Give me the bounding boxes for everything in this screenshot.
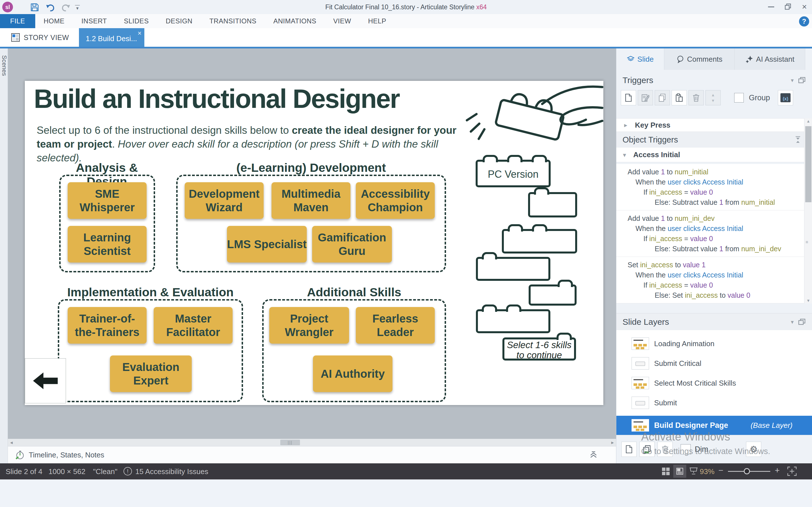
layer-row-build-designer-page-selected[interactable]: Build Designer Page (Base Layer)	[616, 416, 812, 435]
skill-fearless-leader[interactable]: Fearless Leader	[356, 307, 435, 344]
collapse-layers-icon[interactable]: ▾	[791, 319, 794, 325]
expand-timeline-icon[interactable]	[589, 451, 598, 459]
move-up-icon[interactable]: ▲	[711, 93, 715, 97]
skill-trainer-of-the-trainers[interactable]: Trainer-of- the-Trainers	[68, 307, 147, 344]
slide-instructions[interactable]: Select up to 6 of the instructional desi…	[37, 124, 460, 165]
scroll-left-icon[interactable]: ◂	[10, 439, 13, 446]
slide-title[interactable]: Build an Instructional Designer	[34, 83, 399, 114]
trigger-item[interactable]: Set ini_access to value 1 When the user …	[616, 257, 804, 303]
brick-pc-version[interactable]: PC Version	[476, 160, 551, 187]
skill-development-wizard[interactable]: Development Wizard	[185, 182, 264, 219]
restore-button[interactable]	[781, 1, 795, 12]
zoom-in-button[interactable]: +	[775, 466, 780, 475]
new-layer-button[interactable]	[621, 442, 637, 457]
scrollbar-thumb[interactable]	[805, 126, 811, 202]
layer-row-select-most-critical[interactable]: Select Most Critical Skills	[616, 375, 812, 392]
ribbon-tab-design[interactable]: DESIGN	[157, 14, 201, 28]
scenes-panel-collapsed[interactable]: Scenes	[0, 48, 8, 463]
edit-trigger-button[interactable]	[638, 90, 653, 105]
close-tab-icon[interactable]: ×	[138, 29, 142, 37]
expand-key-press-icon[interactable]: ▸	[624, 122, 627, 128]
layer-thumbnail	[631, 337, 649, 350]
ribbon-tab-transitions[interactable]: TRANSITIONS	[201, 14, 265, 28]
skill-ai-authority[interactable]: AI Authority	[313, 355, 393, 392]
canvas-horizontal-scrollbar[interactable]: ◂ ▸ |||	[8, 439, 616, 446]
access-initial-group-row[interactable]: ▾ Access Initial	[616, 148, 812, 162]
zoom-slider-thumb[interactable]	[744, 468, 750, 474]
skill-project-wrangler[interactable]: Project Wrangler	[269, 307, 349, 344]
trigger-item[interactable]: Add value 1 to num_initial When the user…	[616, 164, 804, 210]
tab-slide-1-2-build-designer[interactable]: 1.2 Build Desi... ×	[79, 28, 144, 48]
tab-story-view[interactable]: STORY VIEW	[11, 28, 69, 47]
slide-dimensions: 1000 × 562	[49, 467, 86, 476]
move-down-icon[interactable]: ▼	[711, 98, 715, 103]
zoom-out-button[interactable]: −	[718, 466, 723, 475]
new-trigger-button[interactable]	[621, 90, 636, 105]
popout-panel-icon[interactable]	[798, 77, 806, 83]
zoom-percentage[interactable]: 93%	[700, 467, 714, 476]
scrollbar-thumb[interactable]: |||	[280, 440, 300, 445]
layer-row-submit-critical[interactable]: Submit Critical	[616, 355, 812, 372]
panel-tab-slide[interactable]: Slide	[616, 48, 664, 70]
ribbon-tab-home[interactable]: HOME	[35, 14, 73, 28]
slide-stage[interactable]: Build an Instructional Designer Select u…	[25, 81, 603, 405]
skill-master-facilitator[interactable]: Master Facilitator	[154, 307, 233, 344]
edit-icon	[642, 94, 649, 102]
skill-accessibility-champion[interactable]: Accessibility Champion	[356, 182, 435, 219]
key-press-group-row[interactable]: ▸ Key Press	[616, 118, 812, 132]
panel-tab-ai-assistant[interactable]: AI Assistant	[735, 48, 805, 70]
skill-multimedia-maven[interactable]: Multimedia Maven	[271, 182, 350, 219]
splitter-grip[interactable]: ≡	[806, 241, 808, 243]
trigger-item[interactable]: Add value 1 to num_ini_dev When the user…	[616, 210, 804, 257]
skill-learning-scientist[interactable]: Learning Scientist	[68, 226, 147, 263]
help-button[interactable]: ?	[799, 16, 809, 26]
group-checkbox[interactable]	[734, 93, 744, 103]
comments-bubble-icon	[676, 55, 684, 63]
collapse-all-icon[interactable]	[795, 136, 801, 144]
back-button-object[interactable]	[25, 358, 66, 403]
manage-variables-button[interactable]: (x)	[778, 90, 793, 105]
reorder-trigger-buttons[interactable]: ▲▼	[705, 90, 721, 105]
skill-lms-specialist[interactable]: LMS Specialist	[227, 226, 307, 263]
scroll-up-icon[interactable]: ▲	[804, 119, 812, 123]
ribbon-tab-animations[interactable]: ANIMATIONS	[265, 14, 325, 28]
timeline-states-notes-bar[interactable]: Timeline, States, Notes	[8, 446, 616, 463]
triggers-section-header[interactable]: Triggers ▾	[616, 72, 812, 88]
close-button[interactable]: ×	[798, 1, 811, 12]
layer-label: Loading Animation	[654, 339, 714, 348]
preview-button[interactable]	[689, 467, 698, 475]
timeline-stopwatch-icon	[15, 450, 25, 460]
scroll-down-icon[interactable]: ▼	[804, 298, 812, 303]
normal-view-button[interactable]	[673, 465, 686, 478]
skill-sme-whisperer[interactable]: SME Whisperer	[68, 182, 147, 219]
collapse-triggers-icon[interactable]: ▾	[791, 77, 794, 83]
minimize-button[interactable]	[765, 1, 777, 12]
panel-tab-comments[interactable]: Comments	[664, 48, 735, 70]
delete-layer-button[interactable]	[658, 442, 673, 457]
collapse-access-initial-icon[interactable]: ▾	[623, 152, 626, 158]
ai-sparkles-icon	[746, 55, 753, 63]
paste-trigger-button[interactable]	[672, 90, 687, 105]
delete-trigger-button[interactable]	[689, 90, 704, 105]
ribbon-tab-slides[interactable]: SLIDES	[115, 14, 157, 28]
copy-trigger-button[interactable]	[655, 90, 670, 105]
accessibility-issues-link[interactable]: 15 Accessibility Issues	[135, 467, 208, 476]
ribbon-tab-file[interactable]: FILE	[0, 14, 35, 28]
ribbon-tab-view[interactable]: VIEW	[325, 14, 359, 28]
popout-panel-icon[interactable]	[798, 319, 806, 325]
dim-checkbox[interactable]	[680, 444, 691, 454]
duplicate-layer-button[interactable]	[640, 442, 655, 457]
layer-row-loading-animation[interactable]: Loading Animation	[616, 335, 812, 352]
triggers-scrollbar[interactable]: ▲ ▼ ≡	[804, 118, 812, 303]
slide-layers-header[interactable]: Slide Layers ▾	[616, 313, 812, 330]
layer-settings-button[interactable]: ⚙	[746, 442, 761, 457]
skill-gamification-guru[interactable]: Gamification Guru	[312, 226, 392, 263]
grid-view-button[interactable]	[662, 467, 670, 475]
scroll-right-icon[interactable]: ▸	[611, 439, 614, 446]
ribbon-tab-help[interactable]: HELP	[359, 14, 395, 28]
layer-row-submit[interactable]: Submit	[616, 394, 812, 411]
right-side-panel: Slide Comments AI Assistant Triggers ▾	[616, 48, 812, 463]
ribbon-tab-insert[interactable]: INSERT	[73, 14, 116, 28]
fit-to-window-button[interactable]	[787, 466, 797, 476]
skill-evaluation-expert[interactable]: Evaluation Expert	[110, 355, 192, 392]
